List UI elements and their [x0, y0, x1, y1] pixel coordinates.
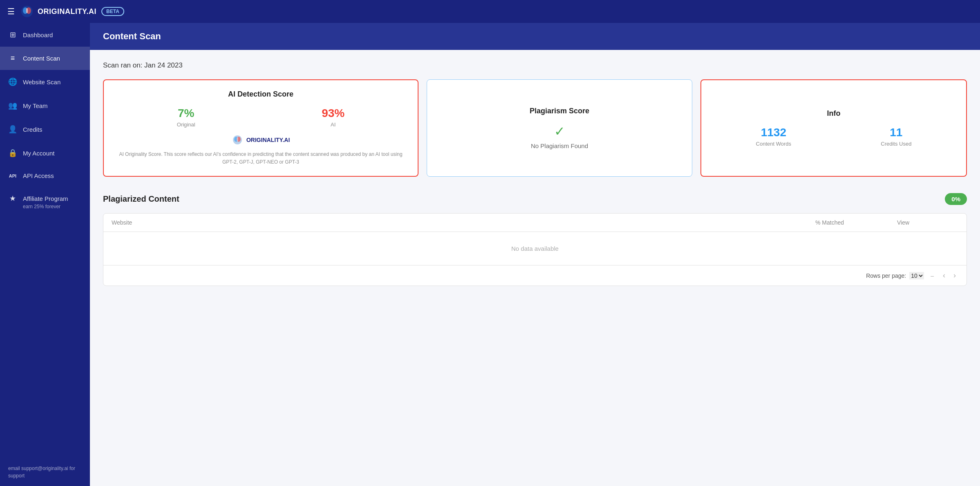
website-scan-icon: 🌐	[8, 77, 17, 86]
sidebar-label-dashboard: Dashboard	[23, 32, 53, 38]
ai-card-logo-text: ORIGINALITY.AI	[114, 134, 408, 146]
sidebar-label-affiliate: Affiliate Program	[23, 195, 68, 202]
ai-logo-brain-icon	[232, 134, 243, 146]
ai-card-title: AI Detection Score	[114, 90, 408, 99]
logo: ORIGINALITY.AI	[20, 4, 96, 19]
sidebar-label-api-access: API Access	[23, 172, 54, 179]
original-score-block: 7% Original	[177, 107, 195, 128]
cards-row: AI Detection Score 7% Original 93% AI	[103, 79, 967, 177]
footer-support-text: email support@originality.ai for support	[8, 466, 75, 479]
plagiarized-section-header: Plagiarized Content 0%	[103, 193, 967, 205]
sidebar-item-affiliate[interactable]: ★ Affiliate Program earn 25% forever	[0, 187, 90, 217]
ai-card-description: AI Originality Score. This score reflect…	[114, 151, 408, 166]
ai-logo-label: ORIGINALITY.AI	[246, 137, 290, 143]
prev-page-button[interactable]: ‹	[940, 270, 948, 281]
table-header: Website % Matched View	[103, 214, 967, 232]
main-content: Content Scan Scan ran on: Jan 24 2023 AI…	[90, 23, 980, 486]
table-empty-message: No data available	[103, 232, 967, 265]
plagiarism-no-text: No Plagiarism Found	[437, 142, 682, 149]
ai-card-logo-area: ORIGINALITY.AI	[114, 134, 408, 146]
original-score-value: 7%	[177, 107, 195, 120]
my-team-icon: 👥	[8, 101, 17, 110]
logo-text: ORIGINALITY.AI	[38, 7, 96, 16]
next-page-button[interactable]: ›	[951, 270, 958, 281]
pagination-dash: –	[931, 272, 934, 279]
sidebar-label-my-team: My Team	[23, 102, 48, 109]
sidebar-item-api-access[interactable]: API API Access	[0, 165, 90, 187]
content-words-label: Content Words	[756, 141, 791, 147]
page-header: Content Scan	[90, 23, 980, 50]
scan-date: Scan ran on: Jan 24 2023	[103, 61, 967, 70]
affiliate-sublabel: earn 25% forever	[8, 204, 60, 209]
rows-per-page-control: Rows per page: 10 25 50	[866, 272, 924, 279]
svg-rect-7	[237, 137, 238, 141]
affiliate-icon: ★	[8, 194, 17, 203]
plagiarized-table-container: Website % Matched View No data available…	[103, 213, 967, 286]
credits-icon: 👤	[8, 125, 17, 134]
plagiarized-section-title: Plagiarized Content	[103, 194, 179, 204]
pagination-controls: ‹ ›	[940, 270, 958, 281]
sidebar-label-my-account: My Account	[23, 150, 55, 157]
plagiarism-check-icon: ✓	[437, 124, 682, 139]
plagiarism-card: Plagiarism Score ✓ No Plagiarism Found	[427, 79, 692, 177]
sidebar-item-dashboard[interactable]: ⊞ Dashboard	[0, 23, 90, 47]
sidebar-footer: email support@originality.ai for support	[0, 458, 90, 486]
ai-score-block: 93% AI	[322, 107, 345, 128]
topbar: ☰ ORIGINALITY.AI BETA	[0, 0, 980, 23]
sidebar-label-credits: Credits	[23, 126, 43, 133]
content-area: Scan ran on: Jan 24 2023 AI Detection Sc…	[90, 50, 980, 486]
sidebar-item-my-team[interactable]: 👥 My Team	[0, 94, 90, 117]
page-title: Content Scan	[103, 31, 161, 41]
info-card: Info 1132 Content Words 11 Credits Used	[700, 79, 967, 177]
info-card-title: Info	[711, 109, 956, 118]
credits-used-stat: 11 Credits Used	[881, 126, 911, 147]
sidebar-label-content-scan: Content Scan	[23, 55, 60, 62]
sidebar-item-content-scan[interactable]: ≡ Content Scan	[0, 47, 90, 70]
sidebar-label-website-scan: Website Scan	[23, 79, 60, 86]
sidebar-item-website-scan[interactable]: 🌐 Website Scan	[0, 70, 90, 94]
dashboard-icon: ⊞	[8, 30, 17, 39]
brain-logo-icon	[20, 4, 34, 19]
beta-badge: BETA	[101, 7, 124, 16]
info-stats: 1132 Content Words 11 Credits Used	[711, 126, 956, 147]
my-account-icon: 🔒	[8, 148, 17, 158]
plagiarism-card-title: Plagiarism Score	[437, 107, 682, 115]
original-score-label: Original	[177, 122, 195, 128]
hamburger-icon[interactable]: ☰	[7, 7, 15, 16]
ai-scores: 7% Original 93% AI	[114, 107, 408, 128]
sidebar-item-credits[interactable]: 👤 Credits	[0, 117, 90, 141]
col-view: View	[897, 219, 958, 226]
content-scan-icon: ≡	[8, 54, 17, 63]
content-words-value: 1132	[756, 126, 791, 139]
sidebar-item-my-account[interactable]: 🔒 My Account	[0, 141, 90, 165]
rows-per-page-select[interactable]: 10 25 50	[909, 272, 924, 279]
table-footer: Rows per page: 10 25 50 – ‹ ›	[103, 265, 967, 286]
col-website: Website	[112, 219, 815, 226]
sidebar: ⊞ Dashboard ≡ Content Scan 🌐 Website Sca…	[0, 23, 90, 486]
credits-used-label: Credits Used	[881, 141, 911, 147]
rows-per-page-label: Rows per page:	[866, 272, 906, 279]
ai-detection-card: AI Detection Score 7% Original 93% AI	[103, 79, 418, 177]
credits-used-value: 11	[881, 126, 911, 139]
content-words-stat: 1132 Content Words	[756, 126, 791, 147]
col-matched: % Matched	[815, 219, 897, 226]
svg-rect-3	[26, 8, 28, 13]
ai-score-value: 93%	[322, 107, 345, 120]
plagiarized-pct-badge: 0%	[945, 193, 967, 205]
api-access-icon: API	[8, 173, 17, 178]
ai-score-label: AI	[322, 122, 345, 128]
layout: ⊞ Dashboard ≡ Content Scan 🌐 Website Sca…	[0, 23, 980, 486]
